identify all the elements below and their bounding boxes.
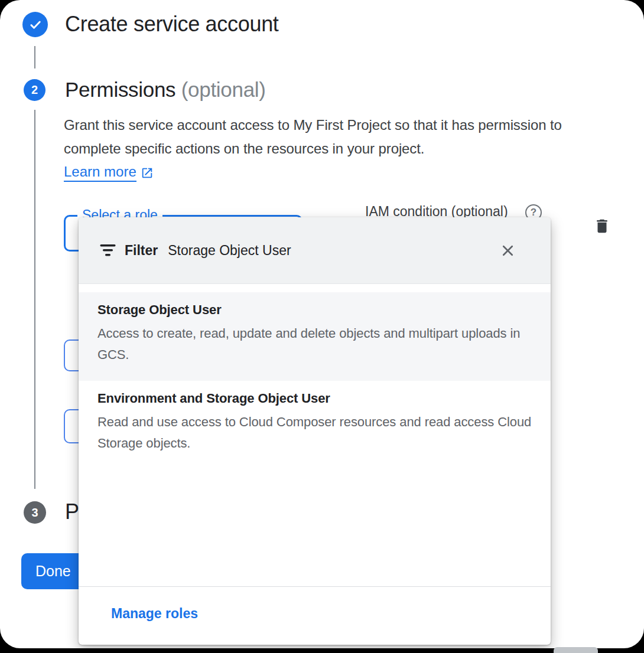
trash-icon	[593, 216, 611, 236]
step3-number: 3	[31, 506, 38, 520]
permissions-description: Grant this service account access to My …	[64, 113, 572, 161]
step1-complete-icon	[22, 12, 48, 37]
role-dropdown-panel: Filter Storage Object User Storage Objec…	[79, 217, 551, 645]
close-icon	[499, 241, 517, 260]
step2-title-optional: (optional)	[181, 78, 266, 101]
overlay-divider	[79, 586, 551, 587]
role-result-storage-object-user[interactable]: Storage Object User Access to create, re…	[79, 292, 551, 381]
stepper-connector-1	[34, 46, 35, 68]
filter-label: Filter	[125, 243, 158, 259]
manage-roles-link[interactable]: Manage roles	[111, 606, 198, 622]
step2-number: 2	[31, 83, 38, 97]
close-filter-button[interactable]	[497, 240, 518, 260]
check-icon	[28, 17, 43, 32]
filter-value: Storage Object User	[168, 243, 291, 259]
learn-more-label: Learn more	[64, 164, 136, 182]
learn-more-link[interactable]: Learn more	[64, 164, 154, 182]
step3-title-partial: P	[65, 499, 79, 525]
role-result-environment-storage-object-user[interactable]: Environment and Storage Object User Read…	[79, 381, 551, 469]
role-results-list: Storage Object User Access to create, re…	[79, 284, 551, 469]
step2-number-badge: 2	[24, 79, 45, 101]
create-service-account-panel: Create service account 2 Permissions (op…	[0, 0, 644, 648]
role-result-description: Read and use access to Cloud Composer re…	[97, 412, 532, 454]
role-result-description: Access to create, read, update and delet…	[97, 323, 532, 365]
filter-icon	[100, 244, 116, 257]
done-button-label: Done	[35, 563, 71, 579]
step2-title-text: Permissions	[65, 78, 175, 101]
delete-role-button[interactable]	[591, 214, 613, 239]
step2-title: Permissions (optional)	[65, 77, 266, 102]
role-filter-input[interactable]: Filter Storage Object User	[79, 217, 551, 284]
help-glyph: ?	[531, 207, 536, 218]
stepper-connector-2	[34, 110, 35, 489]
role-result-title: Environment and Storage Object User	[97, 391, 532, 406]
step1-title: Create service account	[65, 11, 279, 37]
role-result-title: Storage Object User	[97, 302, 532, 318]
step3-number-badge: 3	[24, 501, 46, 524]
bottom-edge-pill	[554, 647, 598, 653]
open-in-new-icon	[141, 166, 154, 179]
